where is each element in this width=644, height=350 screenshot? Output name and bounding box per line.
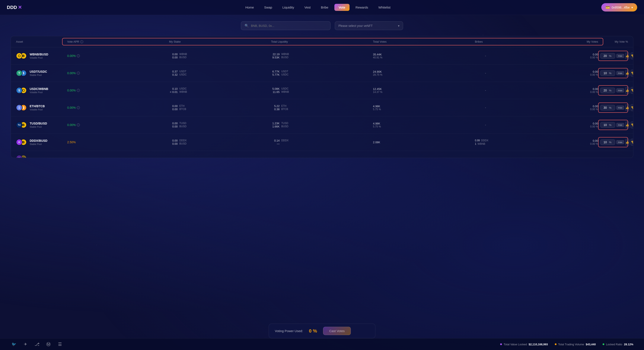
tvl-stat: Total Value Locked $2,110,168,993 <box>500 343 548 346</box>
wallet-address: 0x9598...4fbe <box>612 6 630 9</box>
pct-symbol: % <box>609 89 612 92</box>
apr-info-icon[interactable]: i <box>77 54 80 57</box>
medium-icon[interactable]: Ⓜ <box>45 341 52 348</box>
liq-cell: 1.23KTUSD 1.66KBUSD <box>271 122 373 128</box>
thumbdown-button[interactable]: 👎 <box>630 87 633 94</box>
apr-info-icon[interactable]: i <box>77 123 80 126</box>
bribes-cell: - <box>475 71 496 75</box>
th-vote-apr: Vote APR i <box>67 40 169 43</box>
stake-cell: 0.10USDC < 0.01WBNB <box>169 87 271 94</box>
thumbup-button[interactable]: 👍 <box>625 122 629 128</box>
thumbup-button[interactable]: 👍 <box>625 139 629 146</box>
thumbdown-button[interactable]: 👎 <box>630 139 633 146</box>
vote-input-wrap: 10 % <box>600 70 615 76</box>
telegram-icon[interactable]: ✈ <box>22 341 28 348</box>
table-row: D B DDDX/BUSD Stable Pool 2.50% 0.00DDDX… <box>11 134 633 151</box>
asset-info-dddx-busd: DDDX/BUSD Stable Pool <box>30 139 47 145</box>
volume-dot <box>555 344 556 345</box>
vote-input-cell: 10 % max 👍 👎 <box>598 68 628 78</box>
asset-name: TUSD/BUSD <box>30 122 47 125</box>
asset-cell-tusd-busd: TU B TUSD/BUSD Stable Pool <box>16 121 67 129</box>
apr-info-icon[interactable]: i <box>77 89 80 92</box>
github-icon[interactable]: ⎇ <box>34 341 40 348</box>
votes-cell: 4.98K 5.75 % <box>373 122 475 128</box>
token-icon-wbnb: ⬡ <box>16 53 22 59</box>
table-row: TU B TUSD/BUSD Stable Pool 0.00% i 0.00T… <box>11 116 633 134</box>
volume-value: $43,440 <box>586 343 596 346</box>
apr-info-icon[interactable]: i <box>77 106 80 109</box>
vote-input-wrap: 20 % <box>600 88 615 93</box>
thumbdown-button[interactable]: 👎 <box>630 70 633 77</box>
thumbup-button[interactable]: 👍 <box>625 70 629 77</box>
wallet-button[interactable]: 💳 0x9598...4fbe ▾ <box>601 3 637 11</box>
max-button[interactable]: max <box>616 123 624 127</box>
stake-cell: 0.00DDDX 0.00BUSD <box>169 139 271 145</box>
asset-name: DDDX/BUSD <box>30 139 47 142</box>
table-row: T $ USDT/USDC Stable Pool 0.00% i 0.37US… <box>11 65 633 82</box>
vote-apr-info-icon[interactable]: i <box>80 40 83 43</box>
nav-home[interactable]: Home <box>241 4 258 11</box>
max-button[interactable]: max <box>616 106 624 110</box>
nav-vote[interactable]: Vote <box>334 4 350 11</box>
venft-select[interactable]: Please select your veNFT ▾ <box>335 21 403 30</box>
asset-info-usdt-usdc: USDT/USDC Stable Pool <box>30 70 47 76</box>
my-votes-cell: 0.00 0.00 % <box>496 105 598 111</box>
table-row: D ⬡ <box>11 151 633 158</box>
max-button[interactable]: max <box>616 88 624 92</box>
search-input[interactable] <box>251 24 327 27</box>
apr-cell: 0.00% i <box>67 89 169 92</box>
docs-icon[interactable]: ☰ <box>57 341 63 348</box>
apr-info-icon[interactable]: i <box>77 72 80 75</box>
asset-info-tusd-busd: TUSD/BUSD Stable Pool <box>30 122 47 128</box>
asset-type: Stable Pool <box>30 74 47 76</box>
th-my-vote-pct: My Vote % <box>598 40 628 43</box>
asset-type: Volatile Pool <box>30 91 48 94</box>
nav-links: Home Swap Liquidity Vest Bribe Vote Rewa… <box>34 4 601 11</box>
pct-symbol: % <box>609 123 612 127</box>
votes-table: Asset Vote APR i My Stake Total Liquidit… <box>11 36 633 158</box>
liq-cell: 22.19WBNB 9.53KBUSD <box>271 53 373 59</box>
asset-cell-wbnb-busd: ⬡ B WBNB/BUSD Volatile Pool <box>16 52 67 60</box>
pair-icons-tusd-busd: TU B <box>16 121 27 129</box>
pct-symbol: % <box>609 141 612 144</box>
thumbup-button[interactable]: 👍 <box>625 104 629 111</box>
cast-votes-button[interactable]: Cast Votes <box>323 327 351 335</box>
max-button[interactable]: max <box>616 54 624 58</box>
asset-cell-usdc-wbnb: $ ⬡ USDC/WBNB Volatile Pool <box>16 87 67 94</box>
apr-cell: 0.00% i <box>67 54 169 58</box>
thumbdown-button[interactable]: 👎 <box>630 122 633 128</box>
stake-cell: 0.37USDT 0.32USDC <box>169 70 271 76</box>
asset-name: ETH/BTCB <box>30 104 45 108</box>
nav-bribe[interactable]: Bribe <box>317 4 333 11</box>
votes-cell: 4.98K 5.75 % <box>373 105 475 111</box>
nav-whitelist[interactable]: Whitelist <box>374 4 395 11</box>
my-votes-cell: 0.00 0.00 % <box>496 139 598 145</box>
nav-swap[interactable]: Swap <box>260 4 276 11</box>
thumbdown-button[interactable]: 👎 <box>630 104 633 111</box>
max-button[interactable]: max <box>616 71 624 75</box>
nav-liquidity[interactable]: Liquidity <box>278 4 298 11</box>
stats-row: Total Value Locked $2,110,168,993 Total … <box>500 343 633 346</box>
thumbdown-button[interactable]: 👎 <box>630 52 633 59</box>
th-bribes: Bribes <box>475 40 496 43</box>
thumbup-button[interactable]: 👍 <box>625 52 629 59</box>
max-button[interactable]: max <box>616 140 624 144</box>
app-logo: DDD✕ <box>7 5 22 10</box>
thumbup-button[interactable]: 👍 <box>625 87 629 94</box>
my-votes-cell: 0.00 0.00 % <box>496 122 598 128</box>
stake-cell: 0.00ETH 0.00BTCB <box>169 104 271 111</box>
th-asset: Asset <box>16 40 67 43</box>
vote-number: 10 <box>602 123 608 127</box>
apr-cell: 0.00% i <box>67 123 169 127</box>
votes-cell: 12.45K 14.37 % <box>373 87 475 94</box>
venft-placeholder: Please select your veNFT <box>338 24 372 27</box>
twitter-icon[interactable]: 🐦 <box>11 341 17 348</box>
liq-cell: 0.14DDDX — <box>271 139 373 145</box>
wallet-chevron: ▾ <box>632 6 633 9</box>
vote-input-cell: 30 % max 👍 👎 <box>598 103 628 113</box>
pair-icons-partial: D ⬡ <box>16 154 27 158</box>
nav-rewards[interactable]: Rewards <box>351 4 372 11</box>
bribes-cell: 0.99DDDX 1WBNB <box>475 139 496 145</box>
nav-vest[interactable]: Vest <box>300 4 315 11</box>
votes-cell: 24.90K 28.75 % <box>373 70 475 76</box>
